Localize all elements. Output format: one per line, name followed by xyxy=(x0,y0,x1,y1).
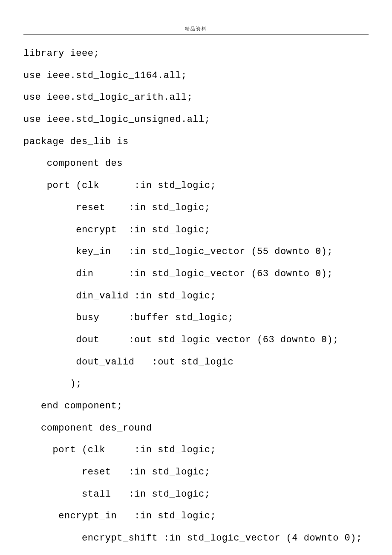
code-block: library ieee; use ieee.std_logic_1164.al… xyxy=(23,43,369,549)
header-rule xyxy=(23,35,369,35)
page-header: 精品资料 xyxy=(23,26,369,32)
document-page: 精品资料 library ieee; use ieee.std_logic_11… xyxy=(0,0,392,555)
